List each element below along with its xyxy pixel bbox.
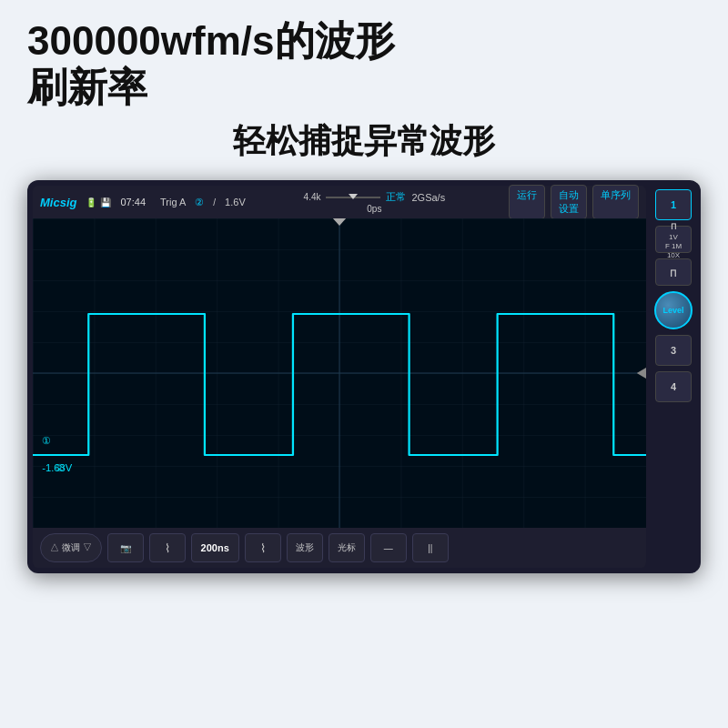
pause-btn[interactable]: || xyxy=(412,533,449,562)
page-container: 300000wfm/s的波形 刷新率 轻松捕捉异常波形 Micsig 🔋 💾 0… xyxy=(0,0,728,728)
top-center: 4.4k 正常 2GSa/s 0ps xyxy=(304,190,446,214)
pause-icon: || xyxy=(428,543,432,553)
ch1-wave-btn[interactable]: ᴨ xyxy=(655,258,692,286)
time-display: 07:44 xyxy=(120,197,146,207)
auto-btn[interactable]: 自动 设置 xyxy=(551,185,587,219)
top-btns: 运行 自动 设置 单序列 xyxy=(509,185,639,219)
oscope-bottombar: △ 微调 ▽ 📷 ⌇ 200ns ⌇ 波形 光标 xyxy=(33,528,646,568)
subtitle-text: 轻松捕捉异常波形 xyxy=(233,122,495,159)
line-icon: — xyxy=(384,543,393,553)
camera-icon: 📷 xyxy=(120,543,131,553)
voltage-label: 1V xyxy=(669,233,678,241)
status-normal: 正常 xyxy=(386,190,406,204)
trig-channel: ② xyxy=(195,197,204,208)
subtitle: 轻松捕捉异常波形 xyxy=(27,119,701,164)
brand-label: Micsig xyxy=(40,196,76,209)
fine-tune-btn[interactable]: △ 微调 ▽ xyxy=(40,533,102,562)
level-label: Level xyxy=(662,306,683,315)
time-offset: 0ps xyxy=(367,204,381,214)
cursor-label: 光标 xyxy=(338,541,356,554)
probe-label: F 1M xyxy=(665,242,682,250)
single-btn[interactable]: 单序列 xyxy=(592,185,639,219)
freq-label: 4.4k xyxy=(304,192,321,202)
freq-line xyxy=(326,197,380,198)
time-div-label: 200ns xyxy=(201,542,229,553)
freq-bar: 4.4k 正常 2GSa/s xyxy=(304,190,446,204)
right-panel: 1 ᴨ 1V F 1M 10X ᴨ Level 3 4 xyxy=(652,186,695,568)
pulse-up-icon: ᴨ xyxy=(671,219,677,232)
headline2-text: 刷新率 xyxy=(27,65,147,109)
svg-text:②: ② xyxy=(56,462,65,473)
status-icons: 🔋 💾 xyxy=(86,197,111,207)
waveform-label: 波形 xyxy=(296,541,314,554)
fine-tune-label: △ 微调 ▽ xyxy=(50,541,92,554)
wave-up-icon: ᴨ xyxy=(670,265,677,279)
headline-text: 300000wfm/s的波形 xyxy=(27,18,395,63)
trig-voltage: 1.6V xyxy=(225,197,246,207)
sample-rate: 2GSa/s xyxy=(411,192,445,203)
oscope-topbar: Micsig 🔋 💾 07:44 Trig A ② / 1.6V 4.4k 正常 xyxy=(33,186,646,218)
oscope-screen: ① -1.63V ② xyxy=(33,218,646,528)
camera-btn[interactable]: 📷 xyxy=(107,533,144,562)
pulse-icon: ⌇ xyxy=(165,541,170,555)
ch4-btn[interactable]: 4 xyxy=(655,371,692,402)
cursor-btn[interactable]: 光标 xyxy=(329,533,365,562)
oscope-main: Micsig 🔋 💾 07:44 Trig A ② / 1.6V 4.4k 正常 xyxy=(33,186,646,568)
oscilloscope: Micsig 🔋 💾 07:44 Trig A ② / 1.6V 4.4k 正常 xyxy=(27,180,701,573)
level-knob[interactable]: Level xyxy=(654,291,693,329)
line-btn[interactable]: — xyxy=(370,533,407,562)
battery-icon: 🔋 xyxy=(86,197,96,207)
pulse2-btn[interactable]: ⌇ xyxy=(245,533,281,562)
ch1-btn[interactable]: 1 xyxy=(655,189,692,220)
waveform-btn[interactable]: 波形 xyxy=(287,533,323,562)
wave-icon-btn[interactable]: ⌇ xyxy=(149,533,186,562)
ch1-settings-btn[interactable]: ᴨ 1V F 1M 10X xyxy=(655,226,692,253)
svg-text:①: ① xyxy=(42,435,51,446)
trigger-marker: / xyxy=(213,197,216,207)
save-icon: 💾 xyxy=(100,197,111,207)
pulse2-icon: ⌇ xyxy=(260,541,266,555)
waveform-display: ① -1.63V ② xyxy=(33,218,646,528)
run-btn[interactable]: 运行 xyxy=(509,185,545,219)
trig-label: Trig A xyxy=(160,197,186,207)
time-div-btn[interactable]: 200ns xyxy=(191,533,239,562)
ch3-btn[interactable]: 3 xyxy=(655,335,692,366)
headline: 300000wfm/s的波形 刷新率 xyxy=(27,18,701,110)
